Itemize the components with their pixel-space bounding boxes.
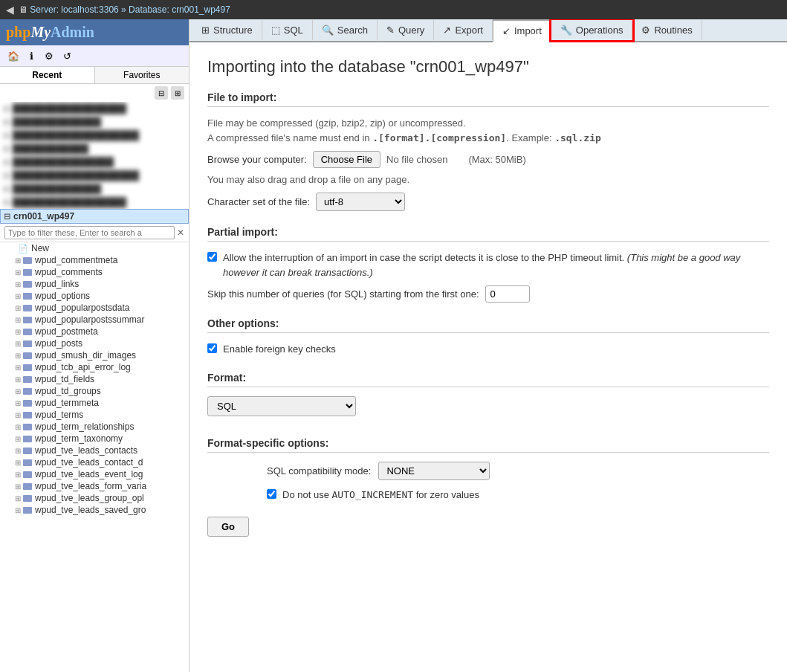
charset-select[interactable]: utf-8 latin1 utf-16: [316, 193, 405, 211]
page-title: Importing into the database "crn001_wp49…: [207, 57, 769, 77]
file-import-section: File to import: File may be compressed (…: [207, 91, 769, 211]
db-item[interactable]: ⊟ ████████████████: [0, 155, 189, 169]
step2-badge: 2: [629, 19, 638, 23]
timeout-checkbox[interactable]: [207, 252, 217, 262]
charset-label: Character set of the file:: [207, 196, 310, 207]
table-list-item[interactable]: ⊞wpud_links: [0, 278, 189, 290]
table-list-item[interactable]: ⊞wpud_smush_dir_images: [0, 349, 189, 361]
table-list-item[interactable]: ⊞wpud_tve_leads_form_varia: [0, 480, 189, 492]
other-options-header: Other options:: [207, 317, 769, 333]
table-list-item[interactable]: ⊞wpud_term_taxonomy: [0, 433, 189, 445]
table-list-item[interactable]: ⊞wpud_tve_leads_event_log: [0, 468, 189, 480]
table-list-item[interactable]: ⊞wpud_popularpostsdata: [0, 302, 189, 314]
no-file-text: No file chosen: [386, 154, 447, 165]
refresh-icon[interactable]: ↺: [59, 48, 74, 63]
tab-import[interactable]: ↙ Import: [493, 19, 551, 42]
foreign-key-row: Enable foreign key checks: [207, 342, 769, 357]
table-list-item[interactable]: ⊞wpud_popularpostssummar: [0, 314, 189, 326]
sql-compat-row: SQL compatibility mode: NONE ANSI DB2 MA…: [207, 462, 769, 480]
table-list-item[interactable]: ⊞wpud_tve_leads_contacts: [0, 445, 189, 456]
table-list-item[interactable]: ⊞wpud_posts: [0, 337, 189, 349]
table-list-item[interactable]: ⊞wpud_tve_leads_contact_d: [0, 456, 189, 468]
selected-db-name: crn001_wp497: [13, 211, 74, 222]
content-area: ⊞ Structure ⬚ SQL 🔍 Search ✎ Query ↗ Exp…: [190, 19, 787, 672]
new-item-label: New: [31, 243, 49, 253]
partial-section-header: Partial import:: [207, 226, 769, 242]
main-layout: phpMyAdmin 🏠 ℹ ⚙ ↺ Recent Favorites ⊟ ⊞ …: [0, 19, 787, 672]
auto-increment-checkbox[interactable]: [267, 489, 276, 499]
db-item[interactable]: ⊟ ██████████████: [0, 115, 189, 129]
top-bar: ◀ 🖥 Server: localhost:3306 » Database: c…: [0, 0, 787, 19]
db-item[interactable]: ⊟ ██████████████: [0, 182, 189, 196]
table-list: ⊞wpud_commentmeta⊞wpud_comments⊞wpud_lin…: [0, 254, 189, 516]
other-options-section: Other options: Enable foreign key checks: [207, 317, 769, 357]
recent-tab[interactable]: Recent: [0, 67, 95, 83]
auto-increment-row: Do not use AUTO_INCREMENT for zero value…: [207, 488, 769, 503]
favorites-tab[interactable]: Favorites: [95, 67, 190, 83]
format-select[interactable]: SQL CSV XML: [207, 396, 356, 416]
drag-text: You may also drag and drop a file on any…: [207, 174, 769, 185]
table-list-item[interactable]: ⊞wpud_tve_leads_saved_gro: [0, 504, 189, 516]
table-list-item[interactable]: ⊞wpud_td_fields: [0, 373, 189, 385]
file-browse-row: Browse your computer: Choose File No fil…: [207, 151, 769, 168]
partial-import-section: Partial import: Allow the interruption o…: [207, 226, 769, 303]
sql-tab-icon: ⬚: [271, 25, 280, 36]
filter-input[interactable]: [4, 226, 175, 239]
expand-icon[interactable]: ⊞: [171, 86, 184, 100]
sidebar-tabs: Recent Favorites: [0, 67, 189, 84]
table-list-item[interactable]: ⊞wpud_comments: [0, 266, 189, 278]
tab-export[interactable]: ↗ Export: [434, 20, 493, 40]
format-example: .[format].[compression]: [372, 132, 506, 143]
table-list-item[interactable]: ⊞wpud_term_relationships: [0, 421, 189, 433]
page-content: Importing into the database "crn001_wp49…: [190, 42, 787, 672]
go-button[interactable]: Go: [207, 517, 249, 537]
tab-query-label: Query: [398, 25, 424, 36]
table-list-item[interactable]: ⊞wpud_terms: [0, 409, 189, 421]
table-list-item[interactable]: ⊞wpud_tve_leads_group_opl: [0, 492, 189, 504]
choose-file-button[interactable]: Choose File: [313, 151, 380, 168]
table-list-item[interactable]: ⊞wpud_commentmeta: [0, 254, 189, 266]
table-list-item[interactable]: ⊞wpud_tcb_api_error_log: [0, 361, 189, 373]
collapse-icon[interactable]: ⊟: [155, 86, 168, 100]
tab-query[interactable]: ✎ Query: [378, 20, 434, 40]
charset-row: Character set of the file: utf-8 latin1 …: [207, 193, 769, 211]
file-section-header: File to import:: [207, 91, 769, 107]
tab-sql[interactable]: ⬚ SQL: [262, 20, 313, 40]
db-item[interactable]: ⊟ ████████████████████: [0, 169, 189, 182]
tab-operations[interactable]: 🔧 Operations 2: [551, 20, 633, 40]
db-item[interactable]: ⊟ ████████████: [0, 142, 189, 155]
auto-increment-label: Do not use AUTO_INCREMENT for zero value…: [282, 488, 479, 503]
info-icon[interactable]: ℹ: [24, 48, 39, 63]
table-list-item[interactable]: ⊞wpud_postmeta: [0, 326, 189, 337]
skip-queries-row: Skip this number of queries (for SQL) st…: [207, 285, 769, 303]
tab-search[interactable]: 🔍 Search: [313, 20, 378, 40]
home-icon[interactable]: 🏠: [6, 48, 21, 63]
table-list-item[interactable]: ⊞wpud_td_groups: [0, 385, 189, 397]
sidebar-quick-icons: 🏠 ℹ ⚙ ↺: [0, 45, 189, 67]
selected-db-item[interactable]: ⊟ crn001_wp497: [0, 209, 189, 224]
sql-compat-select[interactable]: NONE ANSI DB2 MAXDB MYSQL323 MYSQL40 MSS…: [378, 462, 490, 480]
breadcrumb: 🖥 Server: localhost:3306 » Database: crn…: [19, 4, 230, 15]
browse-label: Browse your computer:: [207, 154, 307, 165]
tab-structure-label: Structure: [213, 25, 253, 36]
foreign-key-checkbox[interactable]: [207, 343, 217, 353]
settings-icon[interactable]: ⚙: [42, 48, 56, 63]
db-item[interactable]: ⊟ ██████████████████: [0, 196, 189, 209]
skip-input[interactable]: [485, 285, 530, 303]
db-item[interactable]: ⊟ ██████████████████: [0, 102, 189, 115]
new-table-item[interactable]: 📄 New: [0, 242, 189, 254]
tab-search-label: Search: [337, 25, 368, 36]
export-tab-icon: ↗: [443, 25, 451, 36]
tab-structure[interactable]: ⊞ Structure: [192, 20, 262, 40]
clear-filter-button[interactable]: ✕: [177, 227, 184, 238]
back-button[interactable]: ◀: [6, 4, 14, 16]
go-button-container: Go: [207, 517, 769, 537]
table-list-item[interactable]: ⊞wpud_termmeta: [0, 397, 189, 409]
table-list-item[interactable]: ⊞wpud_options: [0, 290, 189, 302]
filter-box: ✕: [0, 224, 189, 242]
tab-routines[interactable]: ⚙ Routines: [632, 20, 702, 40]
tab-import-label: Import: [514, 25, 542, 36]
structure-tab-icon: ⊞: [201, 25, 210, 36]
tab-bar: ⊞ Structure ⬚ SQL 🔍 Search ✎ Query ↗ Exp…: [190, 19, 787, 42]
db-item[interactable]: ⊟ ████████████████████: [0, 129, 189, 142]
